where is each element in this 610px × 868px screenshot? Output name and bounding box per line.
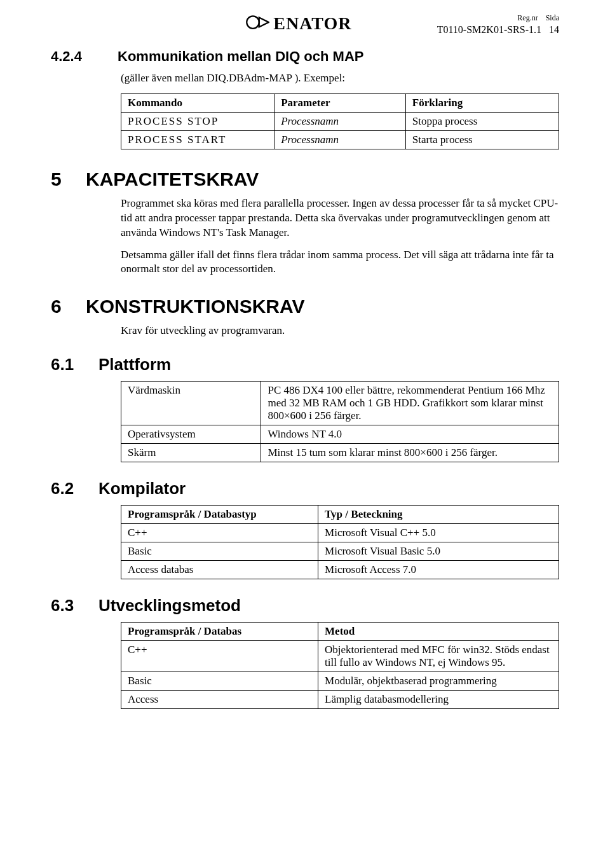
heading-number: 6 — [51, 296, 86, 317]
heading-text: Utvecklingsmetod — [98, 596, 241, 615]
heading-number: 6.3 — [51, 596, 98, 616]
heading-text: Kompilator — [98, 479, 186, 498]
table-cell: PROCESS START — [121, 130, 274, 149]
doc-id-line: T0110-SM2K01-SRS-1.1 14 — [437, 23, 559, 37]
table-header: Programspråk / Databastyp — [121, 506, 318, 524]
table-cell: Skärm — [121, 444, 261, 462]
page-header: ENATOR Reg.nr Sida T0110-SM2K01-SRS-1.1 … — [51, 13, 559, 37]
table-row: Basic Microsoft Visual Basic 5.0 — [121, 542, 559, 561]
table-cell: Värdmaskin — [121, 382, 261, 425]
table-cell: Microsoft Access 7.0 — [318, 561, 559, 579]
svg-marker-1 — [259, 18, 269, 27]
heading-number: 6.2 — [51, 479, 98, 499]
table-row: Operativsystem Windows NT 4.0 — [121, 425, 559, 444]
platform-table: Värdmaskin PC 486 DX4 100 eller bättre, … — [121, 381, 559, 462]
logo-text: ENATOR — [273, 13, 351, 34]
method-table: Programspråk / Databas Metod C++ Objekto… — [121, 622, 559, 709]
table-row: Värdmaskin PC 486 DX4 100 eller bättre, … — [121, 382, 559, 425]
paragraph: Detsamma gäller ifall det finns flera tr… — [121, 248, 559, 277]
table-cell: Minst 15 tum som klarar minst 800×600 i … — [261, 444, 559, 462]
table-cell: Access databas — [121, 561, 318, 579]
logo-icon — [244, 13, 269, 34]
section-4-2-4-body: (gäller även mellan DIQ.DBAdm-MAP ). Exe… — [121, 71, 559, 149]
table-header: Förklaring — [405, 93, 559, 112]
heading-number: 4.2.4 — [51, 48, 118, 65]
table-cell: Modulär, objektbaserad programmering — [318, 672, 559, 691]
table-row: Access databas Microsoft Access 7.0 — [121, 561, 559, 579]
logo: ENATOR — [244, 13, 351, 34]
table-header: Kommando — [121, 93, 274, 112]
table-header: Metod — [318, 623, 559, 641]
table-row: Access Lämplig databasmodellering — [121, 691, 559, 709]
sida-label: Sida — [546, 13, 559, 22]
heading-6-1: 6.1Plattform — [51, 355, 559, 375]
doc-id: T0110-SM2K01-SRS-1.1 — [437, 24, 541, 35]
heading-6-3: 6.3Utvecklingsmetod — [51, 596, 559, 616]
table-cell: C++ — [121, 641, 318, 672]
heading-text: KAPACITETSKRAV — [86, 169, 259, 189]
paragraph: Krav för utveckling av programvaran. — [121, 324, 559, 338]
table-cell: PC 486 DX4 100 eller bättre, rekommender… — [261, 382, 559, 425]
heading-4-2-4: 4.2.4Kommunikation mellan DIQ och MAP — [51, 48, 559, 65]
table-cell: Processnamn — [274, 112, 406, 130]
heading-text: KONSTRUKTIONSKRAV — [86, 296, 304, 317]
heading-number: 6.1 — [51, 355, 98, 375]
table-row: Skärm Minst 15 tum som klarar minst 800×… — [121, 444, 559, 462]
compiler-table: Programspråk / Databastyp Typ / Beteckni… — [121, 505, 559, 579]
command-table: Kommando Parameter Förklaring PROCESS ST… — [121, 93, 559, 149]
table-row: Programspråk / Databastyp Typ / Beteckni… — [121, 506, 559, 524]
paragraph: (gäller även mellan DIQ.DBAdm-MAP ). Exe… — [121, 71, 559, 86]
table-row: Programspråk / Databas Metod — [121, 623, 559, 641]
page: ENATOR Reg.nr Sida T0110-SM2K01-SRS-1.1 … — [0, 0, 610, 746]
table-row: C++ Microsoft Visual C++ 5.0 — [121, 524, 559, 542]
reg-labels: Reg.nr Sida — [437, 13, 559, 23]
table-row: Basic Modulär, objektbaserad programmeri… — [121, 672, 559, 691]
section-5-body: Programmet ska köras med flera parallell… — [121, 196, 559, 277]
table-cell: Basic — [121, 542, 318, 561]
table-cell: Lämplig databasmodellering — [318, 691, 559, 709]
reg-label: Reg.nr — [517, 13, 538, 22]
table-row: PROCESS START Processnamn Starta process — [121, 130, 559, 149]
heading-text: Plattform — [98, 355, 171, 374]
heading-number: 5 — [51, 169, 86, 190]
table-header: Programspråk / Databas — [121, 623, 318, 641]
table-cell: Objektorienterad med MFC för win32. Stöd… — [318, 641, 559, 672]
table-cell: Microsoft Visual Basic 5.0 — [318, 542, 559, 561]
heading-text: Kommunikation mellan DIQ och MAP — [118, 48, 363, 64]
table-cell: Microsoft Visual C++ 5.0 — [318, 524, 559, 542]
table-cell: Processnamn — [274, 130, 406, 149]
logo-area: ENATOR — [51, 13, 437, 34]
paragraph: Programmet ska köras med flera parallell… — [121, 196, 559, 240]
table-cell: Operativsystem — [121, 425, 261, 444]
section-6-3-body: Programspråk / Databas Metod C++ Objekto… — [121, 622, 559, 709]
table-cell: Stoppa process — [405, 112, 559, 130]
table-cell: Windows NT 4.0 — [261, 425, 559, 444]
heading-6: 6KONSTRUKTIONSKRAV — [51, 296, 559, 317]
svg-point-0 — [247, 16, 259, 29]
table-row: PROCESS STOP Processnamn Stoppa process — [121, 112, 559, 130]
section-6-1-body: Värdmaskin PC 486 DX4 100 eller bättre, … — [121, 381, 559, 462]
table-header: Typ / Beteckning — [318, 506, 559, 524]
table-header: Parameter — [274, 93, 406, 112]
table-row: Kommando Parameter Förklaring — [121, 93, 559, 112]
page-number: 14 — [549, 24, 559, 35]
table-cell: Starta process — [405, 130, 559, 149]
table-cell: PROCESS STOP — [121, 112, 274, 130]
heading-5: 5KAPACITETSKRAV — [51, 169, 559, 190]
heading-6-2: 6.2Kompilator — [51, 479, 559, 499]
table-cell: Access — [121, 691, 318, 709]
section-6-2-body: Programspråk / Databastyp Typ / Beteckni… — [121, 505, 559, 579]
table-cell: Basic — [121, 672, 318, 691]
table-row: C++ Objektorienterad med MFC för win32. … — [121, 641, 559, 672]
table-cell: C++ — [121, 524, 318, 542]
registration-block: Reg.nr Sida T0110-SM2K01-SRS-1.1 14 — [437, 13, 559, 37]
section-6-body: Krav för utveckling av programvaran. — [121, 324, 559, 338]
